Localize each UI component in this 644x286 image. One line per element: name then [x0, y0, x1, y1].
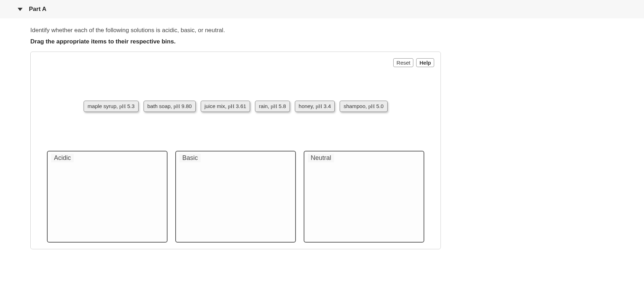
bin-neutral[interactable]: Neutral: [304, 151, 424, 243]
reset-button[interactable]: Reset: [393, 58, 413, 67]
instruction-text: Drag the appropriate items to their resp…: [30, 38, 441, 45]
items-row: maple syrup, pH 5.3 bath soap, pH 9.80 j…: [37, 101, 434, 112]
work-area: Reset Help maple syrup, pH 5.3 bath soap…: [30, 52, 441, 249]
help-button[interactable]: Help: [416, 58, 434, 67]
bin-acidic[interactable]: Acidic: [47, 151, 168, 243]
drag-item-juice-mix[interactable]: juice mix, pH 3.61: [201, 101, 250, 112]
drag-item-honey[interactable]: honey, pH 3.4: [295, 101, 335, 112]
bins-row: Acidic Basic Neutral: [37, 151, 434, 243]
drag-item-rain[interactable]: rain, pH 5.8: [255, 101, 290, 112]
bin-label-basic: Basic: [180, 154, 201, 162]
part-header[interactable]: Part A: [0, 0, 644, 18]
drag-item-maple-syrup[interactable]: maple syrup, pH 5.3: [84, 101, 138, 112]
content-area: Identify whether each of the following s…: [0, 18, 441, 249]
part-title: Part A: [29, 6, 46, 13]
bin-basic[interactable]: Basic: [175, 151, 296, 243]
prompt-text: Identify whether each of the following s…: [30, 27, 441, 34]
drag-item-shampoo[interactable]: shampoo, pH 5.0: [340, 101, 387, 112]
drag-item-bath-soap[interactable]: bath soap, pH 9.80: [144, 101, 196, 112]
bin-label-acidic: Acidic: [51, 154, 74, 162]
toolbar: Reset Help: [37, 58, 434, 67]
caret-down-icon: [18, 8, 23, 11]
bin-label-neutral: Neutral: [308, 154, 334, 162]
